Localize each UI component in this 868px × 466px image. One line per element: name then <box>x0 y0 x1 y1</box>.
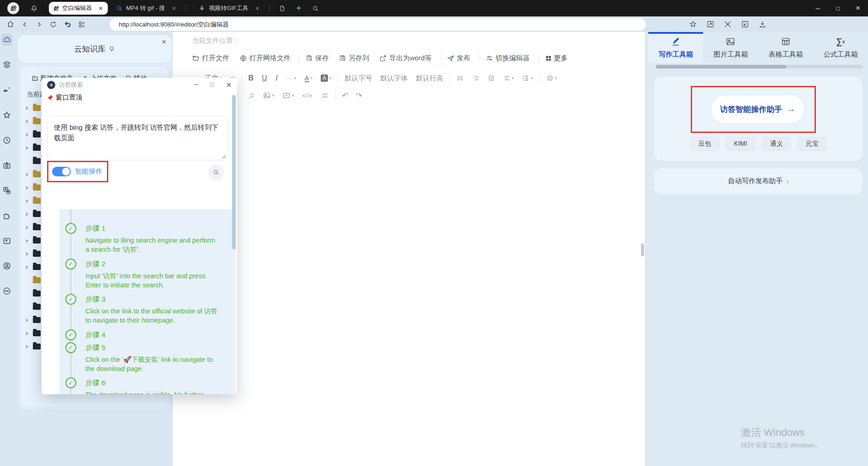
new-tab-icon[interactable]: ＋ <box>295 2 303 13</box>
emoji-dropdown[interactable]: ▾ <box>546 74 557 82</box>
undo-button[interactable]: ↶ <box>342 91 349 101</box>
font-color-dropdown[interactable]: A▾ <box>305 74 313 82</box>
panel-close-icon[interactable]: × <box>162 37 166 47</box>
minimize-button[interactable]: ─ <box>808 0 828 16</box>
library-icon[interactable] <box>1 59 13 71</box>
expand-arrow-icon[interactable] <box>26 106 31 110</box>
open-file-button[interactable]: 打开文件 <box>192 54 229 63</box>
expand-arrow-icon[interactable] <box>26 226 31 229</box>
italic-button[interactable]: I <box>275 74 278 82</box>
home-icon[interactable] <box>6 20 15 28</box>
editor-scrollbar[interactable] <box>641 244 644 256</box>
auto-write-assistant-button[interactable]: 自动写作发布助手 › <box>654 168 863 194</box>
more-ellipsis-icon[interactable] <box>1 285 13 297</box>
smart-assistant-button[interactable]: 访答智能操作助手 → <box>711 95 804 124</box>
screenshot-camera-icon[interactable] <box>1 159 13 171</box>
font-size-dropdown[interactable]: 默认字号 <box>345 74 372 83</box>
expand-arrow-icon[interactable] <box>26 265 31 269</box>
dialog-scrollbar[interactable] <box>232 95 236 391</box>
dialog-titlebar[interactable]: ✳ 访答搜索 ─ □ ✕ <box>42 78 237 92</box>
translate-icon[interactable] <box>1 185 13 196</box>
expand-arrow-icon[interactable] <box>26 318 31 322</box>
expand-arrow-icon[interactable] <box>26 173 31 176</box>
tab-formula-toolbox[interactable]: ∑x 公式工具箱 <box>813 32 868 63</box>
browser-tab-videogif[interactable]: 视频转GIF工具 ✕ <box>194 2 265 15</box>
tag-tongyi[interactable]: 通义 <box>762 137 791 151</box>
tag-doubao[interactable]: 豆包 <box>690 137 720 151</box>
bullet-list-button[interactable] <box>457 74 464 82</box>
save-button[interactable]: 保存 <box>306 54 329 63</box>
expand-arrow-icon[interactable] <box>26 239 31 243</box>
expand-arrow-icon[interactable] <box>26 186 31 190</box>
open-network-file-button[interactable]: 打开网络文件 <box>239 54 291 63</box>
browser-tab-editor[interactable]: 纺 空白编辑器 ✕ <box>49 2 108 15</box>
favorite-star-icon[interactable] <box>689 20 697 28</box>
tag-yuanbao[interactable]: 元宝 <box>797 137 826 151</box>
account-icon[interactable] <box>1 260 13 272</box>
insert-divider-button[interactable] <box>321 91 329 100</box>
export-word-button[interactable]: 导出为word等 <box>379 54 432 63</box>
tab-writing-toolbox[interactable]: 写作工具箱 <box>648 32 703 63</box>
dialog-minimize-button[interactable]: ─ <box>194 81 198 89</box>
pin-on-top-toggle[interactable]: 窗口置顶 <box>42 92 237 102</box>
star-icon[interactable] <box>1 109 13 121</box>
expand-arrow-icon[interactable] <box>26 345 31 349</box>
app-logo-icon[interactable]: 纺 <box>7 2 19 14</box>
forward-icon[interactable] <box>35 21 43 28</box>
indent-dropdown[interactable]: ▾ <box>522 74 533 82</box>
toolbox-tabs-scrollbar[interactable] <box>656 65 863 69</box>
highlight-color-dropdown[interactable]: A▾ <box>321 74 332 82</box>
tab-image-toolbox[interactable]: 图片工具箱 <box>703 32 758 63</box>
tab-close-icon[interactable]: ✕ <box>171 5 176 12</box>
insert-audio-button[interactable]: ♫ <box>249 91 254 100</box>
expand-arrow-icon[interactable] <box>26 212 31 216</box>
address-bar[interactable]: http://localhost:9080/#/editor/空白编辑器 <box>110 18 646 31</box>
font-family-dropdown[interactable]: 默认字体 <box>381 74 408 83</box>
dialog-search-button[interactable] <box>208 164 224 180</box>
expand-arrow-icon[interactable] <box>26 146 31 150</box>
expand-arrow-icon[interactable] <box>26 332 31 335</box>
back-icon[interactable] <box>21 21 29 28</box>
smart-operation-toggle[interactable] <box>52 167 71 176</box>
expand-arrow-icon[interactable] <box>26 199 31 203</box>
close-button[interactable]: × <box>848 0 868 16</box>
tab-search-icon[interactable] <box>312 5 319 12</box>
resize-grip-icon[interactable] <box>222 154 226 159</box>
expand-arrow-icon[interactable] <box>26 120 31 123</box>
download-icon[interactable] <box>758 20 767 28</box>
insert-video-dropdown[interactable]: ▾ <box>282 91 294 100</box>
workspace-grid-icon[interactable] <box>78 21 86 28</box>
undo-nav-icon[interactable] <box>64 20 72 28</box>
fullscreen-icon[interactable] <box>706 20 715 28</box>
reading-list-icon[interactable] <box>279 5 286 12</box>
switch-editor-button[interactable]: 切换编辑器 <box>486 54 530 63</box>
history-icon[interactable] <box>1 134 13 146</box>
task-list-button[interactable] <box>488 74 495 82</box>
file-archive-icon[interactable] <box>1 235 13 247</box>
align-dropdown[interactable]: ▾ <box>503 74 514 82</box>
bell-icon[interactable] <box>30 5 38 12</box>
tab-table-toolbox[interactable]: 表格工具箱 <box>758 32 813 63</box>
bold-button[interactable]: B <box>249 74 254 82</box>
compress-icon[interactable] <box>724 20 732 28</box>
line-height-dropdown[interactable]: 默认行高 <box>416 74 444 83</box>
dialog-close-button[interactable]: ✕ <box>226 81 232 89</box>
browser-tab-mp4gif[interactable]: MP4 转 gif - 搜 ✕ <box>111 2 181 15</box>
plugin-puzzle-icon[interactable] <box>1 210 13 222</box>
maximize-button[interactable]: □ <box>828 0 848 16</box>
numbered-list-button[interactable] <box>472 74 480 82</box>
reload-icon[interactable] <box>49 21 57 28</box>
tab-close-icon[interactable]: ✕ <box>98 5 103 12</box>
insert-image-dropdown[interactable]: ▾ <box>263 91 275 100</box>
publish-button[interactable]: 发布 <box>447 54 471 63</box>
shrink-window-icon[interactable] <box>741 20 749 28</box>
expand-arrow-icon[interactable] <box>26 133 31 137</box>
more-button[interactable]: 更多 <box>545 54 568 63</box>
tab-close-icon[interactable]: ✕ <box>255 5 260 12</box>
dialog-maximize-button[interactable]: □ <box>211 81 214 89</box>
tag-kimi[interactable]: KIMI <box>726 137 756 151</box>
insert-code-button[interactable]: </> <box>302 92 312 99</box>
more-text-options-dropdown[interactable]: ···▾ <box>286 75 296 81</box>
signature-icon[interactable] <box>1 84 13 96</box>
redo-button[interactable]: ↷ <box>356 91 362 101</box>
